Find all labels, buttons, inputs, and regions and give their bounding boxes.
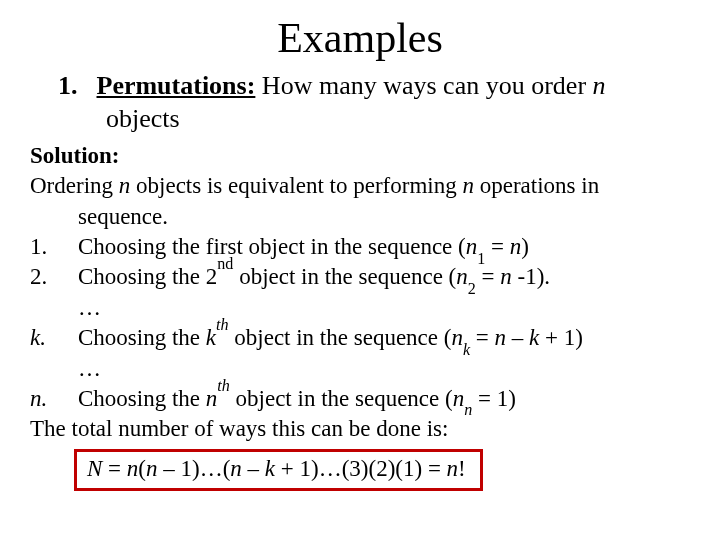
intro-line: Ordering n objects is equivalent to perf… (30, 171, 690, 201)
step-1-marker: 1. (30, 232, 78, 262)
step-2-marker: 2. (30, 262, 78, 292)
step-n-marker: n. (30, 384, 78, 414)
intro-n1: n (119, 173, 131, 198)
step-n: n. Choosing the nth object in the sequen… (30, 384, 690, 414)
formula-box: N = n(n – 1)…(n – k + 1)…(3)(2)(1) = n! (74, 449, 483, 491)
step-2-text: Choosing the 2nd object in the sequence … (78, 262, 690, 292)
slide-title: Examples (30, 14, 690, 62)
step-2: 2. Choosing the 2nd object in the sequen… (30, 262, 690, 292)
solution-body: Solution: Ordering n objects is equivale… (30, 141, 690, 491)
slide: Examples 1. Permutations: How many ways … (0, 0, 720, 540)
intro-indent: sequence. (30, 202, 690, 232)
item-rest-1: How many ways can you order (255, 71, 592, 100)
step-n-text: Choosing the nth object in the sequence … (78, 384, 690, 414)
intro-b: objects is equivalent to performing (130, 173, 462, 198)
step-1-text: Choosing the first object in the sequenc… (78, 232, 690, 262)
total-line: The total number of ways this can be don… (30, 414, 690, 444)
intro-c: operations in (474, 173, 599, 198)
item-label: Permutations: (97, 71, 256, 100)
example-item: 1. Permutations: How many ways can you o… (58, 70, 690, 135)
intro-d: sequence. (78, 202, 690, 232)
step-k-marker: k. (30, 323, 78, 353)
steps: sequence. 1. Choosing the first object i… (30, 202, 690, 415)
step-k: k. Choosing the kth object in the sequen… (30, 323, 690, 353)
dots-1: … (30, 293, 690, 323)
solution-label: Solution: (30, 141, 690, 171)
var-n: n (593, 71, 606, 100)
dots-2: … (30, 354, 690, 384)
intro-a: Ordering (30, 173, 119, 198)
intro-n2: n (462, 173, 474, 198)
item-rest-2: objects (106, 103, 690, 136)
item-number: 1. (58, 70, 90, 103)
step-1: 1. Choosing the first object in the sequ… (30, 232, 690, 262)
step-k-text: Choosing the kth object in the sequence … (78, 323, 690, 353)
